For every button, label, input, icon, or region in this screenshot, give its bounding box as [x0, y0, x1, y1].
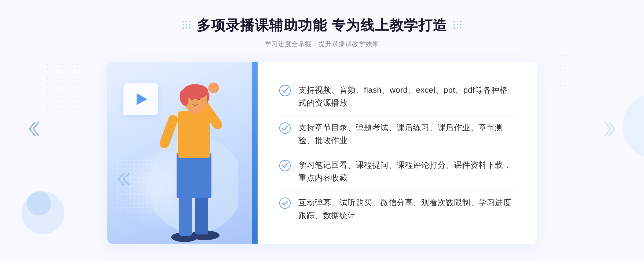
svg-point-5: [189, 24, 191, 25]
svg-point-4: [186, 24, 187, 25]
circle-decoration-medium: [27, 191, 51, 215]
feature-item-1: 支持视频、音频、flash、word、excel、ppt、pdf等各种格式的资源…: [279, 78, 515, 115]
svg-point-3: [182, 24, 184, 25]
illustration-panel: [107, 62, 258, 244]
semicircle-decoration-right: [623, 94, 644, 158]
check-icon-3: [279, 160, 291, 171]
header-dots-left-icon: [182, 20, 191, 31]
header-title-row: 多项录播课辅助功能 专为线上教学打造: [182, 16, 462, 35]
svg-rect-23: [177, 153, 211, 198]
svg-point-36: [280, 160, 290, 171]
check-icon-4: [279, 197, 291, 209]
svg-point-8: [189, 27, 191, 29]
chevron-left-icon[interactable]: [27, 120, 40, 141]
svg-point-33: [208, 83, 219, 93]
svg-point-16: [457, 27, 458, 29]
header-dots-right-icon: [453, 20, 462, 31]
svg-point-6: [182, 27, 184, 29]
svg-point-10: [457, 21, 458, 22]
dots-decoration-right: [547, 54, 574, 96]
svg-point-11: [460, 21, 462, 22]
feature-text-4: 互动弹幕、试听购买、微信分享、观看次数限制、学习进度跟踪、数据统计: [298, 196, 515, 222]
play-triangle-icon: [137, 93, 147, 105]
chevron-right-icon[interactable]: [604, 120, 617, 141]
features-panel: 支持视频、音频、flash、word、excel、ppt、pdf等各种格式的资源…: [258, 62, 537, 244]
svg-point-17: [460, 27, 462, 29]
illustration-inner: [107, 62, 258, 244]
feature-item-4: 互动弹幕、试听购买、微信分享、观看次数限制、学习进度跟踪、数据统计: [279, 191, 515, 227]
svg-point-7: [186, 27, 187, 29]
person-illustration: [152, 72, 238, 244]
blue-accent-bar: [252, 62, 258, 244]
check-icon-1: [279, 85, 291, 96]
page-subtitle: 学习进度全掌握，提升录播课教学效果: [182, 40, 462, 48]
feature-item-3: 学习笔记回看、课程提问、课程评论打分、课件资料下载，重点内容收藏: [279, 153, 515, 190]
svg-point-14: [460, 24, 462, 25]
svg-point-37: [280, 198, 290, 208]
svg-point-34: [280, 85, 290, 96]
check-icon-2: [279, 122, 291, 134]
illustration-chevron-icon: [115, 171, 131, 190]
svg-point-2: [189, 21, 191, 22]
svg-point-9: [453, 21, 455, 22]
svg-point-1: [186, 21, 187, 22]
svg-point-12: [453, 24, 455, 25]
svg-rect-21: [179, 193, 192, 236]
svg-rect-24: [178, 111, 210, 158]
svg-point-35: [280, 123, 290, 133]
feature-text-3: 学习笔记回看、课程提问、课程评论打分、课件资料下载，重点内容收藏: [298, 159, 515, 184]
dots-decoration-left: [46, 59, 78, 113]
feature-item-2: 支持章节目录、弹题考试、课后练习、课后作业、章节测验、批改作业: [279, 115, 515, 152]
svg-point-13: [457, 24, 458, 25]
svg-point-0: [182, 21, 184, 22]
header-section: 多项录播课辅助功能 专为线上教学打造 学习进度全掌握，提升录播课教学效果: [182, 16, 462, 48]
page-container: 多项录播课辅助功能 专为线上教学打造 学习进度全掌握，提升录播课教学效果: [0, 0, 644, 261]
svg-point-15: [453, 27, 455, 29]
svg-rect-22: [195, 193, 208, 234]
main-content-card: 支持视频、音频、flash、word、excel、ppt、pdf等各种格式的资源…: [107, 62, 537, 244]
feature-text-2: 支持章节目录、弹题考试、课后练习、课后作业、章节测验、批改作业: [298, 121, 515, 147]
dots-decoration-bottom-left: [70, 197, 97, 240]
page-title: 多项录播课辅助功能 专为线上教学打造: [197, 16, 447, 35]
feature-text-1: 支持视频、音频、flash、word、excel、ppt、pdf等各种格式的资源…: [298, 84, 515, 109]
